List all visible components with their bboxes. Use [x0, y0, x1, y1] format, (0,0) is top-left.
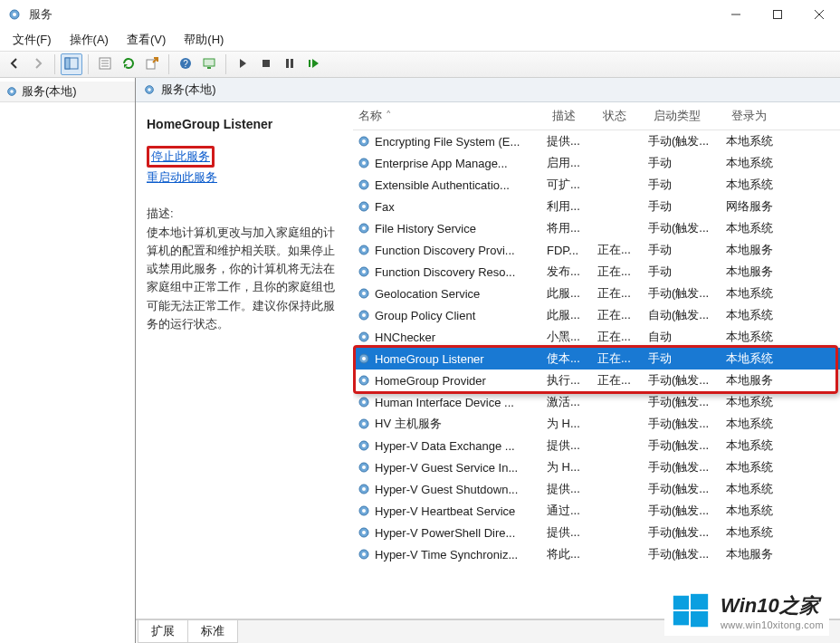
service-name: HomeGroup Provider — [375, 374, 547, 388]
svg-point-42 — [362, 313, 366, 317]
show-hide-tree-button[interactable] — [61, 53, 82, 75]
service-row[interactable]: Hyper-V PowerShell Dire...提供...手动(触发...本… — [353, 522, 840, 543]
service-row[interactable]: HNChecker小黑...正在...自动本地系统 — [353, 326, 840, 348]
service-gear-icon — [357, 417, 371, 431]
tab-standard[interactable]: 标准 — [187, 620, 238, 643]
export-list-button[interactable] — [141, 53, 163, 75]
service-name: Hyper-V Data Exchange ... — [375, 439, 547, 453]
service-row[interactable]: HV 主机服务为 H...手动(触发...本地系统 — [353, 413, 840, 435]
connect-button[interactable] — [198, 53, 220, 75]
service-startup: 手动(触发... — [648, 524, 726, 541]
service-row[interactable]: HomeGroup Provider执行...正在...手动(触发...本地服务 — [353, 369, 840, 391]
properties-button[interactable] — [94, 53, 116, 75]
service-gear-icon — [357, 330, 371, 344]
service-row[interactable]: File History Service将用...手动(触发...本地系统 — [353, 217, 840, 239]
service-desc: 将用... — [547, 220, 597, 236]
services-list[interactable]: Encrypting File System (E...提供...手动(触发..… — [353, 130, 840, 619]
back-button[interactable] — [4, 53, 25, 75]
menu-view[interactable]: 查看(V) — [118, 30, 175, 50]
service-row[interactable]: Hyper-V Time Synchroniz...将此...手动(触发...本… — [353, 543, 840, 565]
watermark-url: www.win10xitong.com — [721, 619, 824, 630]
service-startup: 手动 — [648, 264, 726, 280]
pause-icon — [282, 56, 297, 73]
service-row[interactable]: Enterprise App Manage...启用...手动本地系统 — [353, 152, 840, 174]
service-startup: 手动(触发... — [648, 459, 726, 475]
window-title: 服务 — [29, 6, 715, 23]
service-name: Function Discovery Reso... — [375, 265, 547, 279]
help-button[interactable]: ? — [175, 53, 196, 75]
service-gear-icon — [357, 504, 371, 518]
service-status: 正在... — [597, 372, 648, 389]
service-row[interactable]: Hyper-V Guest Service In...为 H...手动(触发..… — [353, 456, 840, 478]
service-gear-icon — [357, 525, 371, 540]
service-row[interactable]: HomeGroup Listener使本...正在...手动本地系统 — [353, 348, 840, 369]
service-name: HomeGroup Listener — [375, 352, 547, 366]
service-startup: 手动 — [648, 350, 726, 367]
close-button[interactable] — [798, 0, 840, 29]
service-desc: 提供... — [547, 133, 597, 149]
forward-button[interactable] — [27, 53, 49, 75]
service-desc: 提供... — [547, 481, 597, 497]
tree-root[interactable]: 服务(本地) — [0, 82, 135, 102]
column-status[interactable]: 状态 — [597, 102, 648, 130]
svg-point-30 — [362, 183, 366, 187]
tab-extended[interactable]: 扩展 — [138, 620, 188, 643]
service-row[interactable]: Hyper-V Guest Shutdown...提供...手动(触发...本地… — [353, 478, 840, 500]
service-row[interactable]: Hyper-V Data Exchange ...提供...手动(触发...本地… — [353, 435, 840, 456]
column-logon[interactable]: 登录为 — [726, 102, 789, 130]
service-logon: 本地系统 — [726, 459, 789, 475]
service-logon: 网络服务 — [726, 198, 789, 215]
service-row[interactable]: Function Discovery Provi...FDP...正在...手动… — [353, 239, 840, 261]
service-row[interactable]: Human Interface Device ...激活...手动(触发...本… — [353, 391, 840, 413]
stop-service-link[interactable]: 停止此服务 — [151, 149, 210, 163]
title-bar: 服务 — [0, 0, 840, 29]
menu-file[interactable]: 文件(F) — [4, 30, 61, 50]
service-row[interactable]: Encrypting File System (E...提供...手动(触发..… — [353, 130, 840, 152]
svg-point-28 — [362, 161, 366, 165]
service-logon: 本地系统 — [726, 394, 789, 410]
minimize-button[interactable] — [715, 0, 757, 29]
service-name: Function Discovery Provi... — [375, 244, 547, 257]
stop-service-button[interactable] — [255, 53, 277, 75]
service-row[interactable]: Hyper-V Heartbeat Service通过...手动(触发...本地… — [353, 500, 840, 522]
main-content: 服务(本地) 服务(本地) HomeGroup Listener 停止此服务 重… — [0, 78, 840, 643]
column-startup[interactable]: 启动类型 — [648, 102, 726, 130]
right-pane-title: 服务(本地) — [161, 82, 216, 98]
column-name[interactable]: 名称˄ — [353, 102, 547, 130]
selected-service-title: HomeGroup Listener — [147, 117, 344, 131]
service-gear-icon — [357, 438, 371, 453]
service-gear-icon — [357, 264, 371, 279]
detail-panel: HomeGroup Listener 停止此服务 重启动此服务 描述: 使本地计… — [136, 102, 353, 619]
service-gear-icon — [357, 482, 371, 496]
menu-action[interactable]: 操作(A) — [61, 30, 118, 50]
pause-service-button[interactable] — [279, 53, 301, 75]
service-status: 正在... — [597, 329, 648, 345]
service-desc: 此服... — [547, 307, 597, 323]
restart-service-link[interactable]: 重启动此服务 — [147, 169, 344, 186]
service-gear-icon — [357, 243, 371, 257]
svg-rect-19 — [291, 59, 293, 68]
service-gear-icon — [357, 395, 371, 409]
column-desc[interactable]: 描述 — [547, 102, 597, 130]
service-gear-icon — [357, 460, 371, 475]
service-row[interactable]: Geolocation Service此服...正在...手动(触发...本地系… — [353, 283, 840, 304]
start-service-button[interactable] — [232, 53, 253, 75]
refresh-button[interactable] — [118, 53, 139, 75]
maximize-button[interactable] — [757, 0, 798, 29]
service-row[interactable]: Extensible Authenticatio...可扩...手动本地系统 — [353, 174, 840, 196]
service-row[interactable]: Group Policy Client此服...正在...自动(触发...本地系… — [353, 304, 840, 326]
service-startup: 手动(触发... — [648, 394, 726, 410]
service-desc: 使本... — [547, 350, 597, 367]
monitor-icon — [202, 56, 216, 73]
service-logon: 本地系统 — [726, 437, 789, 454]
service-row[interactable]: Fax利用...手动网络服务 — [353, 196, 840, 217]
service-desc: 提供... — [547, 524, 597, 541]
service-logon: 本地系统 — [726, 416, 789, 432]
restart-service-button[interactable] — [302, 53, 324, 75]
service-status: 正在... — [597, 264, 648, 280]
svg-point-36 — [362, 248, 366, 252]
description-text: 使本地计算机更改与加入家庭组的计算机的配置和维护相关联。如果停止或禁用此服务，你… — [147, 224, 344, 333]
menu-help[interactable]: 帮助(H) — [175, 30, 233, 50]
svg-rect-16 — [207, 67, 211, 69]
service-row[interactable]: Function Discovery Reso...发布...正在...手动本地… — [353, 261, 840, 283]
